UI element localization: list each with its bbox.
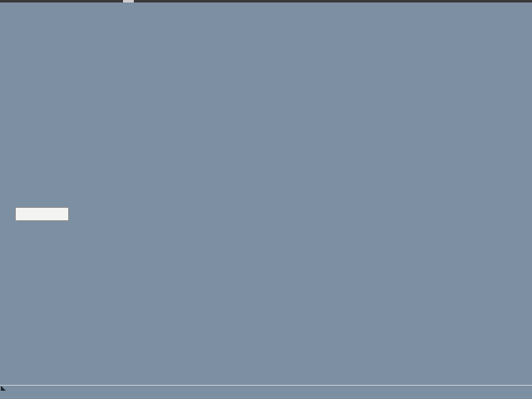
chart-canvas[interactable] <box>0 0 532 399</box>
time-axis[interactable] <box>0 385 532 399</box>
object-value-box <box>15 207 69 221</box>
mt4-chart-window <box>0 0 532 399</box>
chart-shift-marker-icon <box>1 386 6 391</box>
window-top-strip <box>0 0 532 2</box>
top-strip-highlight <box>123 0 134 2</box>
